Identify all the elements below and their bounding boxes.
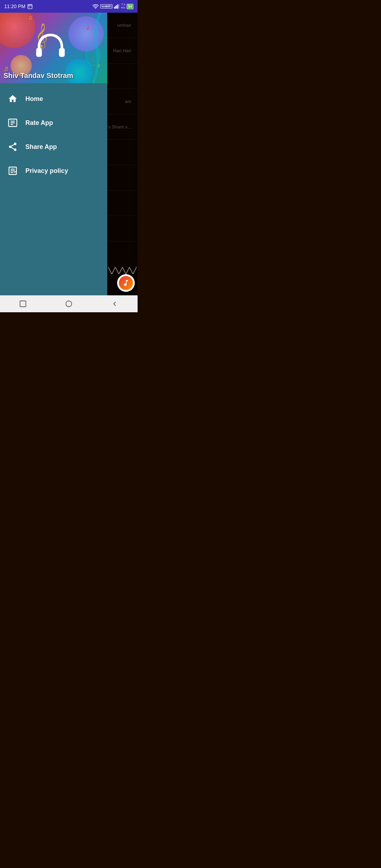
svg-rect-10 [119, 4, 119, 9]
status-time-group: 11:20 PM [4, 4, 33, 9]
svg-point-20 [14, 149, 17, 151]
player-icon [119, 276, 133, 290]
privacy-label: Privacy policy [25, 167, 68, 175]
battery-display: 54 [127, 4, 133, 9]
navigation-drawer: ♪ ♫ ♩ ♪ ♬ 𝄞 Shiv [0, 13, 107, 295]
svg-point-28 [66, 301, 72, 307]
rate-icon [7, 117, 18, 128]
vowifi-label: VoWiFi [100, 4, 113, 8]
menu-item-share[interactable]: Share App [0, 135, 107, 159]
svg-rect-4 [29, 7, 30, 7]
navigation-bar [0, 295, 138, 312]
svg-rect-27 [20, 301, 26, 307]
menu-item-home[interactable]: Home [0, 87, 107, 111]
circle-nav-button[interactable] [62, 297, 76, 311]
guitar-decor [72, 13, 107, 83]
menu-item-rate[interactable]: Rate App [0, 111, 107, 135]
calendar-icon [27, 4, 33, 9]
svg-point-13 [86, 44, 100, 66]
svg-point-18 [14, 143, 17, 145]
drawer-header: ♪ ♫ ♩ ♪ ♬ 𝄞 Shiv [0, 13, 107, 83]
zigzag-decoration [107, 267, 138, 274]
share-icon [7, 141, 18, 152]
svg-point-5 [95, 8, 96, 9]
square-nav-button[interactable] [16, 297, 30, 311]
status-bar: 11:20 PM VoWiFi 7.3 K/s 54 [0, 0, 138, 13]
music-note-decor: ♪ [5, 18, 9, 27]
svg-rect-0 [28, 5, 32, 9]
speed-display: 7.3 K/s [121, 3, 125, 10]
music-note-decor: ♫ [28, 14, 32, 21]
headphone-icon [35, 31, 66, 62]
time-display: 11:20 PM [4, 4, 25, 9]
back-nav-button[interactable] [108, 297, 122, 311]
signal-icon [114, 4, 120, 9]
home-icon [7, 93, 18, 104]
svg-rect-11 [36, 48, 42, 57]
svg-line-21 [11, 147, 14, 149]
menu-item-privacy[interactable]: Privacy policy [0, 159, 107, 183]
status-icons-group: VoWiFi 7.3 K/s 54 [92, 3, 133, 10]
wifi-icon [92, 4, 99, 9]
home-label: Home [25, 95, 43, 103]
music-note-icon [122, 279, 130, 287]
svg-rect-9 [117, 4, 118, 8]
svg-line-22 [11, 145, 14, 146]
rate-app-label: Rate App [25, 119, 53, 127]
svg-rect-6 [114, 7, 115, 9]
svg-rect-8 [116, 5, 117, 9]
app-container: umhari Hari Hari am v Shant s... [0, 13, 138, 295]
share-app-label: Share App [25, 143, 57, 151]
app-title: Shiv Tandav Stotram [4, 72, 73, 80]
overlay-right [107, 13, 138, 295]
privacy-icon [7, 165, 18, 176]
svg-point-19 [9, 146, 12, 148]
svg-rect-12 [59, 48, 65, 57]
floating-player-button[interactable] [117, 274, 135, 292]
svg-rect-7 [115, 6, 116, 8]
drawer-menu: Home Rate App [0, 83, 107, 295]
